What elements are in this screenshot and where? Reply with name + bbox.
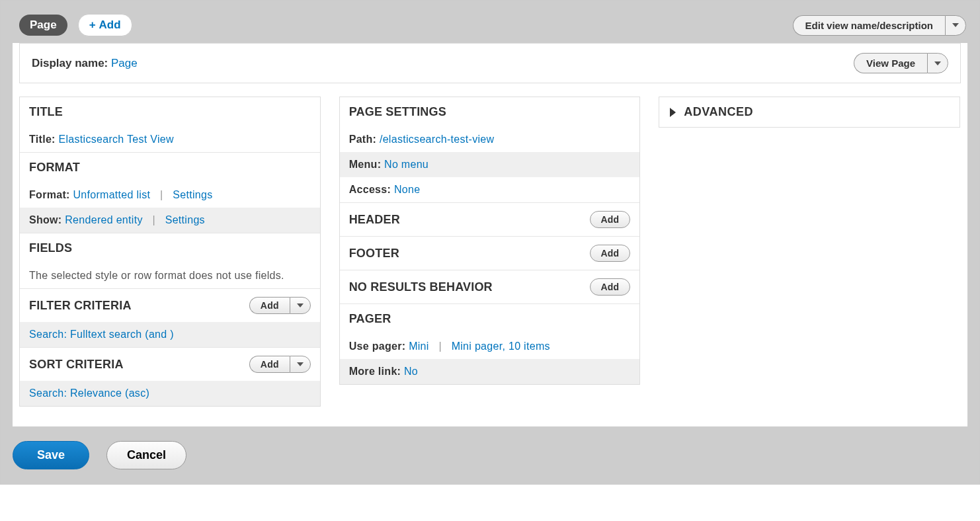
fields-note: The selected style or row format does no…	[20, 263, 320, 288]
sort-add-dropdown[interactable]	[290, 356, 311, 373]
chevron-down-icon	[934, 61, 941, 65]
no-results-add-button[interactable]: Add	[590, 278, 631, 296]
sort-item[interactable]: Search: Relevance (asc)	[29, 387, 149, 399]
footer-add-button[interactable]: Add	[590, 245, 631, 262]
chevron-down-icon	[952, 23, 959, 27]
format-value[interactable]: Unformatted list	[73, 189, 150, 200]
title-label: Title:	[29, 134, 56, 145]
display-name-value[interactable]: Page	[111, 57, 138, 69]
advanced-toggle[interactable]: ADVANCED	[659, 97, 960, 128]
page-settings-head: PAGE SETTINGS	[340, 97, 640, 127]
access-label: Access:	[349, 184, 391, 195]
path-label: Path:	[349, 134, 377, 145]
add-display-button[interactable]: + Add	[78, 14, 132, 36]
show-label: Show:	[29, 214, 62, 225]
header-section-head: HEADER	[349, 213, 400, 227]
view-page-button[interactable]: View Page	[854, 53, 927, 73]
format-label: Format:	[29, 189, 70, 200]
chevron-down-icon	[297, 303, 304, 307]
save-button[interactable]: Save	[13, 441, 89, 469]
advanced-label: ADVANCED	[684, 105, 753, 119]
filter-criteria-head: FILTER CRITERIA	[29, 299, 132, 313]
sort-criteria-head: SORT CRITERIA	[29, 358, 124, 372]
show-value[interactable]: Rendered entity	[65, 214, 142, 225]
tab-page[interactable]: Page	[19, 15, 67, 36]
menu-label: Menu:	[349, 159, 382, 170]
pager-section-head: PAGER	[340, 303, 640, 334]
more-link-value[interactable]: No	[404, 366, 418, 377]
filter-item[interactable]: Search: Fulltext search (and )	[29, 329, 174, 340]
format-settings-link[interactable]: Settings	[173, 189, 212, 200]
no-results-head: NO RESULTS BEHAVIOR	[349, 280, 493, 294]
more-link-label: More link:	[349, 366, 401, 377]
footer-section-head: FOOTER	[349, 247, 399, 260]
sort-add-button[interactable]: Add	[249, 356, 290, 373]
triangle-right-icon	[670, 108, 676, 117]
chevron-down-icon	[297, 362, 304, 366]
display-name-label: Display name:	[32, 57, 108, 69]
use-pager-value[interactable]: Mini	[409, 341, 429, 352]
title-value[interactable]: Elasticsearch Test View	[58, 134, 173, 145]
separator: |	[160, 189, 163, 200]
filter-add-dropdown[interactable]	[290, 297, 311, 314]
header-add-button[interactable]: Add	[590, 211, 631, 228]
show-settings-link[interactable]: Settings	[165, 214, 205, 225]
access-value[interactable]: None	[394, 184, 420, 195]
path-value[interactable]: /elasticsearch-test-view	[380, 134, 494, 145]
fields-section-head: FIELDS	[20, 233, 320, 263]
cancel-button[interactable]: Cancel	[106, 441, 186, 469]
add-display-label: Add	[99, 19, 121, 32]
use-pager-label: Use pager:	[349, 341, 406, 352]
filter-add-button[interactable]: Add	[249, 297, 290, 314]
format-section-head: FORMAT	[20, 152, 320, 182]
edit-view-name-button[interactable]: Edit view name/description	[793, 15, 945, 36]
view-page-dropdown[interactable]	[927, 53, 948, 73]
pager-detail[interactable]: Mini pager, 10 items	[452, 341, 550, 352]
title-section-head: TITLE	[20, 97, 320, 127]
menu-value[interactable]: No menu	[384, 159, 429, 170]
separator: |	[438, 341, 441, 352]
edit-view-name-dropdown[interactable]	[945, 15, 966, 36]
plus-icon: +	[89, 19, 96, 32]
separator: |	[152, 214, 155, 225]
